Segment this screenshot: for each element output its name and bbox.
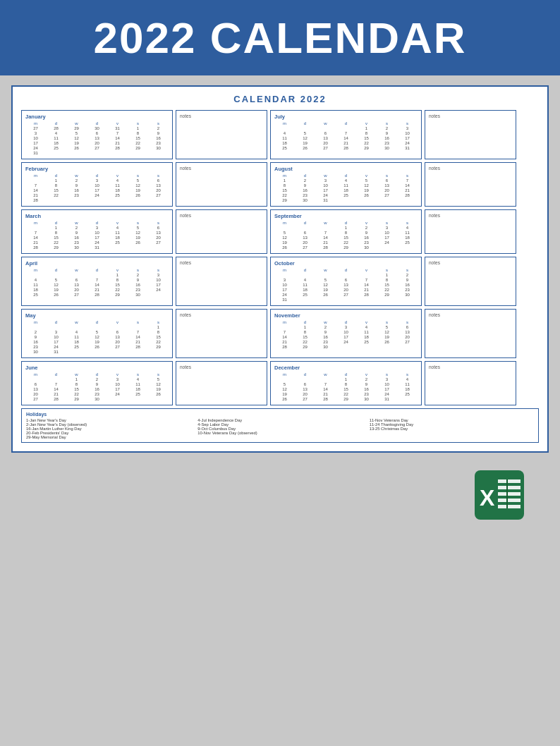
notes-box-february: notes xyxy=(176,162,267,207)
day-cell: 18 xyxy=(66,339,87,344)
day-cell: 1 xyxy=(148,324,169,329)
day-cell: 7 xyxy=(25,230,46,235)
holidays-title: Holidays xyxy=(26,412,534,417)
day-cell: 9 xyxy=(295,183,315,188)
table-row: 6789101112 xyxy=(25,381,169,386)
table-row: 2627282930 xyxy=(274,245,418,250)
day-cell: 23 xyxy=(356,391,377,396)
notes-label: notes xyxy=(429,260,512,265)
day-cell: 21 xyxy=(315,240,336,245)
day-cell: 6 xyxy=(148,225,169,230)
day-cell: 18 xyxy=(128,386,148,391)
day-cell: 26 xyxy=(274,245,295,250)
month-name: January xyxy=(25,114,169,120)
day-cell: 15 xyxy=(274,188,295,192)
day-cell: 14 xyxy=(274,334,295,339)
table-row: 28 xyxy=(25,197,169,202)
day-cell: 2 xyxy=(25,329,46,334)
day-cell: 19 xyxy=(128,235,148,240)
table-row: 3456789 xyxy=(25,130,169,135)
table-row: 13141516171819 xyxy=(25,386,169,391)
day-cell: 24 xyxy=(148,287,169,292)
day-cell: 28 xyxy=(336,145,356,150)
day-cell: 23 xyxy=(25,344,46,349)
notes-box-august: notes xyxy=(425,162,516,207)
day-cell: 13 xyxy=(397,329,418,334)
day-cell: 30 xyxy=(397,292,418,297)
day-cell: 19 xyxy=(377,334,397,339)
day-cell: 10 xyxy=(377,381,397,386)
day-cell: 6 xyxy=(107,329,128,334)
day-cell: 28 xyxy=(46,396,66,401)
day-cell: 1 xyxy=(377,272,397,277)
day-cell xyxy=(356,197,377,202)
day-cell xyxy=(397,197,418,202)
day-cell xyxy=(315,272,336,277)
day-cell: 8 xyxy=(107,277,128,282)
calendar-table: mdwdvss123456789101112131415161718192021… xyxy=(25,320,169,354)
day-cell: 20 xyxy=(87,140,107,145)
day-cell: 6 xyxy=(295,381,315,386)
day-cell xyxy=(107,396,128,401)
day-cell: 26 xyxy=(66,145,87,150)
month-name: May xyxy=(25,312,169,319)
month-box-november: Novembermdwdvss1234567891011121314151617… xyxy=(270,309,422,358)
day-cell xyxy=(107,245,128,250)
day-cell: 14 xyxy=(25,235,46,240)
day-cell: 17 xyxy=(46,339,66,344)
day-cell: 18 xyxy=(107,188,128,192)
day-cell: 11 xyxy=(397,230,418,235)
day-cell: 9 xyxy=(66,230,87,235)
day-cell: 22 xyxy=(128,140,148,145)
svg-rect-5 xyxy=(498,505,521,508)
day-cell: 11 xyxy=(107,183,128,188)
day-cell: 28 xyxy=(315,245,336,250)
day-cell: 19 xyxy=(315,287,336,292)
month-box-may: Maymdwdvss123456789101112131415161718192… xyxy=(21,309,173,358)
day-cell: 25 xyxy=(397,391,418,396)
table-row: 567891011 xyxy=(274,381,418,386)
day-cell: 26 xyxy=(356,192,377,197)
day-cell: 25 xyxy=(46,145,66,150)
notes-box-december: notes xyxy=(425,361,516,405)
day-cell xyxy=(148,349,169,354)
day-cell: 11 xyxy=(336,183,356,188)
excel-logo-container: X xyxy=(11,467,528,523)
day-cell: 22 xyxy=(377,287,397,292)
day-cell: 20 xyxy=(66,287,87,292)
day-cell: 18 xyxy=(397,235,418,240)
day-cell: 8 xyxy=(66,381,87,386)
table-row: 78910111213 xyxy=(25,183,169,188)
day-cell: 11 xyxy=(295,282,315,287)
day-cell: 3 xyxy=(87,225,107,230)
day-cell: 3 xyxy=(46,329,66,334)
day-cell: 25 xyxy=(356,339,377,344)
day-cell: 4 xyxy=(356,324,377,329)
day-cell: 2 xyxy=(295,178,315,183)
day-cell: 27 xyxy=(336,292,356,297)
month-box-december: Decembermdwdvss1234567891011121314151617… xyxy=(270,361,422,405)
holiday-column: 1-Jan New Year's Day2-Jan New Year's Day… xyxy=(26,418,190,439)
day-cell: 6 xyxy=(315,130,336,135)
day-cell xyxy=(107,324,128,329)
page-body: CALENDAR 2022 Januarymdwdvss272829303112… xyxy=(0,75,560,537)
day-cell: 8 xyxy=(46,183,66,188)
day-cell: 29 xyxy=(336,396,356,401)
day-cell: 25 xyxy=(107,240,128,245)
day-cell: 22 xyxy=(66,391,87,396)
day-cell: 29 xyxy=(46,245,66,250)
day-cell: 26 xyxy=(274,396,295,401)
day-cell: 23 xyxy=(356,240,377,245)
day-cell xyxy=(377,297,397,302)
day-cell: 28 xyxy=(25,245,46,250)
day-cell: 19 xyxy=(148,386,169,391)
day-cell: 3 xyxy=(25,130,46,135)
day-cell: 17 xyxy=(25,140,46,145)
day-cell: 25 xyxy=(274,145,295,150)
day-cell: 13 xyxy=(377,183,397,188)
day-cell: 12 xyxy=(87,334,107,339)
holidays-section: Holidays 1-Jan New Year's Day2-Jan New Y… xyxy=(21,408,539,443)
day-cell: 2 xyxy=(66,225,87,230)
day-cell xyxy=(377,245,397,250)
day-cell: 14 xyxy=(87,282,107,287)
